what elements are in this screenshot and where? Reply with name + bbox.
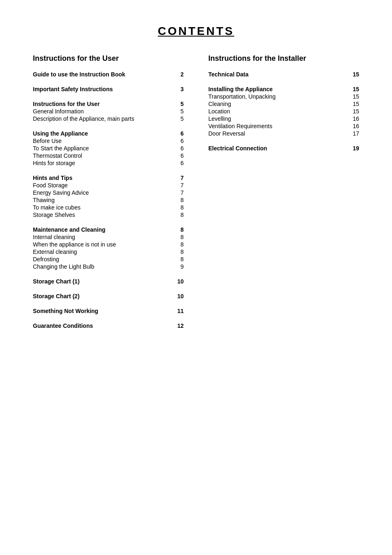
toc-label: Hints and Tips — [33, 175, 175, 181]
toc-item: Something Not Working11 — [33, 308, 184, 314]
toc-item: External cleaning8 — [33, 249, 184, 255]
left-column-groups: Guide to use the Instruction Book2Import… — [33, 71, 184, 329]
toc-label: To Start the Appliance — [33, 145, 175, 152]
toc-item: Hints for storage6 — [33, 160, 184, 166]
toc-label: Thermostat Control — [33, 152, 175, 159]
toc-item: Cleaning15 — [208, 101, 359, 107]
toc-item: Location15 — [208, 108, 359, 115]
toc-page: 15 — [351, 86, 359, 92]
toc-item: Electrical Connection19 — [208, 145, 359, 152]
toc-item: Food Storage7 — [33, 182, 184, 189]
toc-page: 6 — [175, 160, 184, 166]
toc-page: 8 — [175, 197, 184, 203]
toc-group: Electrical Connection19 — [208, 145, 359, 152]
toc-label: Before Use — [33, 138, 175, 144]
toc-label: Ventilation Requirements — [208, 123, 351, 129]
toc-group: Guarantee Conditions12 — [33, 322, 184, 329]
toc-item: Internal cleaning8 — [33, 234, 184, 240]
toc-page: 15 — [351, 101, 359, 107]
toc-page: 8 — [175, 249, 184, 255]
toc-item: Levelling16 — [208, 115, 359, 122]
toc-label: Storage Chart (1) — [33, 278, 175, 285]
right-column-groups: Technical Data15Installing the Appliance… — [208, 71, 359, 152]
toc-label: External cleaning — [33, 249, 175, 255]
toc-group: Guide to use the Instruction Book2 — [33, 71, 184, 78]
toc-page: 5 — [175, 101, 184, 107]
toc-page: 15 — [351, 71, 359, 78]
toc-item: Instructions for the User5 — [33, 101, 184, 107]
toc-group: Installing the Appliance15Transportation… — [208, 86, 359, 137]
toc-label: Electrical Connection — [208, 145, 351, 152]
toc-page: 11 — [175, 308, 184, 314]
toc-group: Maintenance and Cleaning8Internal cleani… — [33, 226, 184, 270]
toc-page: 5 — [175, 115, 184, 122]
toc-page: 6 — [175, 138, 184, 144]
toc-page: 15 — [351, 93, 359, 100]
toc-item: Description of the Appliance, main parts… — [33, 115, 184, 122]
toc-item: Door Reversal17 — [208, 130, 359, 137]
toc-label: Location — [208, 108, 351, 115]
toc-item: General Information5 — [33, 108, 184, 115]
toc-page: 3 — [175, 86, 184, 92]
toc-page: 8 — [175, 241, 184, 248]
toc-label: Food Storage — [33, 182, 175, 189]
toc-page: 12 — [175, 322, 184, 329]
toc-page: 8 — [175, 226, 184, 233]
toc-page: 6 — [175, 145, 184, 152]
toc-label: Thawing — [33, 197, 175, 203]
toc-page: 7 — [175, 175, 184, 181]
toc-label: Door Reversal — [208, 130, 351, 137]
toc-page: 10 — [175, 278, 184, 285]
toc-page: 8 — [175, 256, 184, 263]
toc-item: Maintenance and Cleaning8 — [33, 226, 184, 233]
toc-page: 5 — [175, 108, 184, 115]
toc-page: 17 — [351, 130, 359, 137]
toc-group: Something Not Working11 — [33, 308, 184, 314]
toc-label: Cleaning — [208, 101, 351, 107]
toc-page: 19 — [351, 145, 359, 152]
toc-item: Storage Chart (1)10 — [33, 278, 184, 285]
toc-item: Energy Saving Advice7 — [33, 189, 184, 196]
page-wrapper: CONTENTS Instructions for the User Guide… — [33, 25, 359, 555]
right-column-heading: Instructions for the Installer — [208, 54, 359, 63]
toc-item: To Start the Appliance6 — [33, 145, 184, 152]
toc-label: Instructions for the User — [33, 101, 175, 107]
toc-label: Guarantee Conditions — [33, 322, 175, 329]
toc-page: 16 — [351, 115, 359, 122]
toc-item: To make ice cubes8 — [33, 204, 184, 211]
toc-item: Storage Chart (2)10 — [33, 293, 184, 299]
toc-page: 2 — [175, 71, 184, 78]
toc-item: Before Use6 — [33, 138, 184, 144]
toc-page: 16 — [351, 123, 359, 129]
toc-item: Using the Appliance6 — [33, 130, 184, 137]
toc-group: Instructions for the User5General Inform… — [33, 101, 184, 122]
toc-label: Important Safety Instructions — [33, 86, 175, 92]
toc-label: General Information — [33, 108, 175, 115]
right-column: Instructions for the Installer Technical… — [208, 54, 359, 160]
toc-item: Important Safety Instructions3 — [33, 86, 184, 92]
toc-item: Defrosting8 — [33, 256, 184, 263]
toc-label: Description of the Appliance, main parts — [33, 115, 175, 122]
toc-label: Installing the Appliance — [208, 86, 351, 92]
toc-item: Changing the Light Bulb9 — [33, 263, 184, 270]
toc-page: 8 — [175, 212, 184, 218]
toc-page: 8 — [175, 234, 184, 240]
toc-item: Guide to use the Instruction Book2 — [33, 71, 184, 78]
toc-page: 15 — [351, 108, 359, 115]
toc-item: When the appliance is not in use8 — [33, 241, 184, 248]
toc-item: Ventilation Requirements16 — [208, 123, 359, 129]
toc-page: 7 — [175, 189, 184, 196]
toc-group: Storage Chart (2)10 — [33, 293, 184, 299]
toc-page: 10 — [175, 293, 184, 299]
toc-page: 8 — [175, 204, 184, 211]
toc-label: Storage Shelves — [33, 212, 175, 218]
toc-page: 6 — [175, 152, 184, 159]
page-title: CONTENTS — [33, 25, 359, 38]
toc-group: Using the Appliance6Before Use6To Start … — [33, 130, 184, 166]
columns-container: Instructions for the User Guide to use t… — [33, 54, 359, 337]
toc-item: Thawing8 — [33, 197, 184, 203]
toc-label: Maintenance and Cleaning — [33, 226, 175, 233]
toc-label: Transportation, Unpacking — [208, 93, 351, 100]
toc-item: Guarantee Conditions12 — [33, 322, 184, 329]
toc-group: Important Safety Instructions3 — [33, 86, 184, 92]
